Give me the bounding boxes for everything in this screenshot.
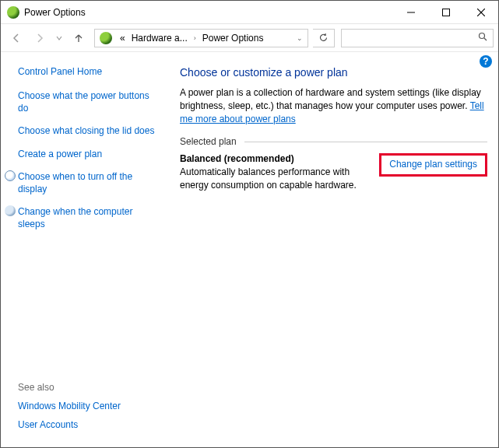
close-button[interactable] — [463, 1, 498, 23]
see-also: See also Windows Mobility Center User Ac… — [18, 382, 156, 438]
control-panel-home-link[interactable]: Control Panel Home — [18, 66, 156, 77]
sidebar: Control Panel Home Choose what the power… — [1, 52, 167, 447]
change-plan-settings-link[interactable]: Change plan settings — [389, 159, 477, 170]
breadcrumb-hardware[interactable]: Hardware a... — [128, 33, 191, 44]
sidebar-item-label: Choose what the power buttons do — [18, 89, 156, 114]
plan-name: Balanced (recommended) — [180, 153, 379, 164]
sidebar-item-label: Choose when to turn off the display — [18, 170, 156, 195]
up-button[interactable] — [68, 27, 90, 49]
sidebar-item-create-plan[interactable]: Create a power plan — [18, 148, 156, 160]
titlebar: Power Options — [1, 1, 498, 24]
address-icon — [100, 32, 112, 44]
search-input[interactable] — [341, 29, 494, 47]
maximize-button[interactable] — [428, 1, 463, 23]
section-label: Selected plan — [180, 136, 237, 147]
page-description: A power plan is a collection of hardware… — [180, 86, 487, 125]
breadcrumb-power-options[interactable]: Power Options — [199, 33, 267, 44]
svg-rect-1 — [442, 9, 449, 16]
refresh-button[interactable] — [313, 29, 335, 47]
window-title: Power Options — [24, 7, 393, 18]
sidebar-item-label: Choose what closing the lid does — [18, 124, 154, 137]
help-button[interactable]: ? — [480, 55, 492, 68]
svg-line-5 — [484, 38, 487, 40]
clock-icon — [4, 170, 16, 181]
address-bar[interactable]: « Hardware a... › Power Options ⌄ — [94, 29, 308, 47]
plan-description: Automatically balances performance with … — [180, 166, 379, 192]
sidebar-item-computer-sleeps[interactable]: Change when the computer sleeps — [18, 205, 156, 230]
main-panel: ? Choose or customize a power plan A pow… — [167, 52, 498, 447]
sidebar-item-closing-lid[interactable]: Choose what closing the lid does — [18, 124, 156, 137]
description-text: A power plan is a collection of hardware… — [180, 87, 481, 111]
address-dropdown-button[interactable]: ⌄ — [292, 34, 307, 42]
content: Control Panel Home Choose what the power… — [1, 52, 498, 447]
sidebar-item-label: Change when the computer sleeps — [18, 205, 156, 230]
change-plan-settings-highlight: Change plan settings — [379, 153, 487, 177]
plan-row: Balanced (recommended) Automatically bal… — [180, 153, 487, 192]
divider — [244, 142, 487, 142]
forward-button[interactable] — [29, 27, 51, 49]
svg-point-4 — [480, 33, 485, 38]
moon-icon — [4, 205, 16, 216]
navbar: « Hardware a... › Power Options ⌄ — [1, 24, 498, 52]
see-also-header: See also — [18, 382, 156, 393]
recent-locations-button[interactable] — [52, 27, 66, 49]
sidebar-item-turn-off-display[interactable]: Choose when to turn off the display — [18, 170, 156, 195]
back-button[interactable] — [5, 27, 27, 49]
breadcrumb-prefix: « — [117, 33, 128, 44]
page-heading: Choose or customize a power plan — [180, 66, 487, 79]
see-also-user-accounts[interactable]: User Accounts — [18, 419, 156, 430]
minimize-button[interactable] — [393, 1, 428, 23]
sidebar-item-label: Create a power plan — [18, 148, 102, 160]
power-options-icon — [7, 6, 19, 19]
search-icon — [478, 32, 488, 44]
see-also-mobility-center[interactable]: Windows Mobility Center — [18, 401, 156, 411]
sidebar-item-power-buttons[interactable]: Choose what the power buttons do — [18, 89, 156, 114]
section-selected-plan: Selected plan — [180, 136, 487, 147]
chevron-right-icon[interactable]: › — [191, 34, 199, 42]
